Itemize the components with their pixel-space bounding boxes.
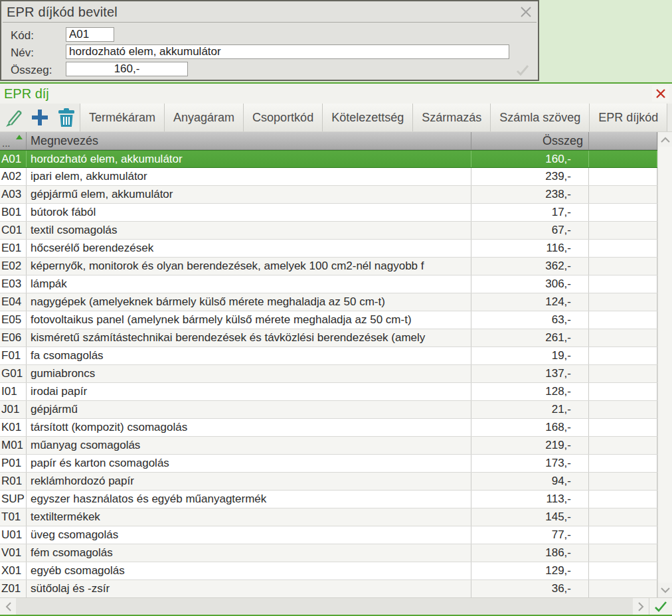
row-amount: 238,- bbox=[471, 186, 589, 203]
row-name: nagygépek (amelyeknek bármely külső mére… bbox=[27, 293, 471, 311]
row-amount: 21,- bbox=[471, 401, 589, 418]
row-empty bbox=[589, 383, 657, 400]
row-code: A01 bbox=[0, 151, 27, 167]
horizontal-scroll-track[interactable] bbox=[16, 598, 633, 615]
amount-input[interactable] bbox=[66, 62, 188, 76]
delete-button[interactable] bbox=[53, 104, 80, 131]
check-icon bbox=[654, 601, 667, 613]
column-header-empty bbox=[589, 132, 657, 149]
row-code: U01 bbox=[0, 526, 27, 544]
row-name: sütőolaj és -zsír bbox=[27, 580, 471, 597]
table-row[interactable]: E02képernyők, monitorok és olyan berende… bbox=[0, 258, 657, 275]
column-header-code[interactable]: ... bbox=[0, 132, 27, 149]
scroll-left-button[interactable] bbox=[0, 598, 16, 615]
row-code: E03 bbox=[0, 275, 27, 293]
row-code: I01 bbox=[0, 383, 27, 400]
scroll-down-button[interactable] bbox=[658, 583, 672, 597]
epr-fee-panel: EPR díj bbox=[0, 82, 672, 616]
row-code: E04 bbox=[0, 293, 27, 311]
row-empty bbox=[589, 508, 657, 526]
row-name: bútorok fából bbox=[27, 204, 471, 221]
toolbar-button-2[interactable]: Csoportkód bbox=[243, 104, 322, 131]
code-input[interactable] bbox=[66, 27, 114, 42]
row-amount: 306,- bbox=[471, 275, 589, 293]
epr-fee-code-entry-dialog: EPR díjkód bevitel Kód: Név: Összeg: bbox=[0, 0, 539, 81]
table-row[interactable]: M01műanyag csomagolás219,- bbox=[0, 437, 657, 455]
row-amount: 17,- bbox=[471, 204, 589, 221]
row-amount: 239,- bbox=[471, 168, 589, 185]
chevron-down-icon bbox=[661, 587, 670, 593]
row-name: társított (kompozit) csomagolás bbox=[27, 419, 471, 436]
toolbar-button-1[interactable]: Anyagáram bbox=[164, 104, 243, 131]
table-row[interactable]: E01hőcserélő berendezések116,- bbox=[0, 240, 657, 258]
table-row[interactable]: T01textiltermékek145,- bbox=[0, 508, 657, 526]
toolbar-button-0[interactable]: Termékáram bbox=[80, 104, 164, 131]
table-row[interactable]: J01gépjármű21,- bbox=[0, 401, 657, 419]
toolbar-button-6[interactable]: EPR díjkód bbox=[589, 104, 667, 131]
table-row[interactable]: U01üveg csomagolás77,- bbox=[0, 526, 657, 544]
vertical-scroll-track[interactable] bbox=[658, 147, 672, 583]
table-row[interactable]: F01fa csomagolás19,- bbox=[0, 347, 657, 365]
column-header-code-label: ... bbox=[2, 137, 11, 149]
add-button[interactable] bbox=[27, 104, 53, 131]
table-row[interactable]: I01irodai papír128,- bbox=[0, 383, 657, 401]
column-header-amount[interactable]: Összeg bbox=[471, 132, 589, 149]
row-name: egyszer használatos és egyéb műanyagterm… bbox=[27, 491, 471, 508]
table-row[interactable]: E03lámpák306,- bbox=[0, 275, 657, 293]
row-name: műanyag csomagolás bbox=[27, 437, 471, 454]
vertical-scrollbar[interactable] bbox=[657, 132, 672, 597]
table-row[interactable]: SUPegyszer használatos és egyéb műanyagt… bbox=[0, 491, 657, 508]
horizontal-scrollbar[interactable] bbox=[0, 597, 672, 615]
toolbar-button-4[interactable]: Származás bbox=[412, 104, 490, 131]
scroll-up-button[interactable] bbox=[658, 132, 672, 147]
chevron-up-icon bbox=[661, 137, 670, 143]
row-code: F01 bbox=[0, 347, 27, 364]
row-empty bbox=[589, 186, 657, 203]
table-row[interactable]: A03gépjármű elem, akkumulátor238,- bbox=[0, 186, 657, 204]
sort-ascending-icon bbox=[16, 135, 23, 139]
row-code: A03 bbox=[0, 186, 27, 203]
column-header-name[interactable]: Megnevezés bbox=[27, 132, 471, 149]
row-empty bbox=[589, 580, 657, 597]
table-row[interactable]: E05fotovoltaikus panel (amelynek bármely… bbox=[0, 311, 657, 329]
row-name: üveg csomagolás bbox=[27, 526, 471, 544]
row-name: textil csomagolás bbox=[27, 222, 471, 239]
table-row[interactable]: E04nagygépek (amelyeknek bármely külső m… bbox=[0, 293, 657, 311]
toolbar-button-5[interactable]: Számla szöveg bbox=[490, 104, 589, 131]
row-empty bbox=[589, 240, 657, 257]
table-row[interactable]: P01papír és karton csomagolás173,- bbox=[0, 455, 657, 473]
table-row[interactable]: A01hordozható elem, akkumulátor160,- bbox=[0, 150, 657, 168]
close-button[interactable] bbox=[652, 86, 669, 102]
row-name: ipari elem, akkumulátor bbox=[27, 168, 471, 185]
row-empty bbox=[589, 258, 657, 275]
row-amount: 186,- bbox=[471, 544, 589, 562]
table-row[interactable]: G01gumiabroncs137,- bbox=[0, 365, 657, 383]
table: ... Megnevezés Összeg A01hordozható elem… bbox=[0, 132, 657, 597]
table-row[interactable]: K01társított (kompozit) csomagolás168,- bbox=[0, 419, 657, 437]
close-icon[interactable] bbox=[519, 5, 533, 19]
row-code: C01 bbox=[0, 222, 27, 239]
row-name: fotovoltaikus panel (amelynek bármely kü… bbox=[27, 311, 471, 329]
row-empty bbox=[589, 437, 657, 454]
row-amount: 36,- bbox=[471, 580, 589, 597]
table-row[interactable]: V01fém csomagolás186,- bbox=[0, 544, 657, 562]
toolbar-button-3[interactable]: Kötelezettség bbox=[322, 104, 412, 131]
table-row[interactable]: Z01sütőolaj és -zsír36,- bbox=[0, 580, 657, 597]
table-row[interactable]: A02ipari elem, akkumulátor239,- bbox=[0, 168, 657, 186]
row-amount: 160,- bbox=[471, 151, 589, 167]
table-row[interactable]: B01bútorok fából17,- bbox=[0, 204, 657, 222]
table-row[interactable]: C01textil csomagolás67,- bbox=[0, 222, 657, 240]
table-row[interactable]: X01egyéb csomagolás129,- bbox=[0, 562, 657, 580]
row-code: E06 bbox=[0, 329, 27, 346]
table-row[interactable]: E06kisméretű számítástechnikai berendezé… bbox=[0, 329, 657, 347]
table-row[interactable]: R01reklámhordozó papír94,- bbox=[0, 473, 657, 491]
name-input[interactable] bbox=[66, 44, 509, 59]
row-code: R01 bbox=[0, 473, 27, 490]
confirm-button[interactable] bbox=[649, 598, 672, 615]
table-zone: ... Megnevezés Összeg A01hordozható elem… bbox=[0, 132, 672, 597]
toolbar: TermékáramAnyagáramCsoportkódKötelezetts… bbox=[0, 104, 672, 132]
confirm-icon[interactable] bbox=[515, 64, 530, 77]
scroll-right-button[interactable] bbox=[633, 598, 649, 615]
row-empty bbox=[589, 311, 657, 329]
edit-button[interactable] bbox=[0, 104, 27, 131]
